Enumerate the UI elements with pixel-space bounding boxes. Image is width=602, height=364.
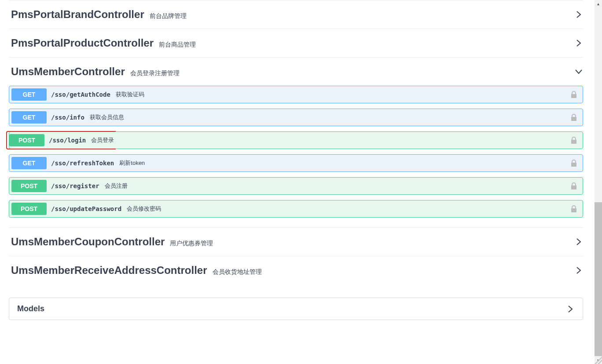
- tag-name: UmsMemberController: [11, 66, 125, 78]
- operation-row[interactable]: POST /sso/updatePassword 会员修改密码: [9, 200, 583, 218]
- tag-header-UmsMemberCouponController[interactable]: UmsMemberCouponController 用户优惠券管理: [9, 228, 583, 256]
- operation-row[interactable]: GET /sso/getAuthCode 获取验证码: [9, 86, 583, 103]
- operation-row[interactable]: POST /sso/register 会员注册: [9, 177, 583, 195]
- operation-path: /sso/refreshToken: [51, 160, 114, 167]
- method-badge-post: POST: [9, 134, 44, 146]
- scroll-up-arrow[interactable]: ▴: [595, 0, 602, 7]
- tag-description: 前台商品管理: [159, 41, 196, 49]
- models-section[interactable]: Models: [9, 298, 583, 320]
- scrollbar-track[interactable]: ▴ ▾: [595, 0, 602, 329]
- tag-section: UmsMemberReceiveAddressController 会员收货地址…: [9, 256, 583, 284]
- operations-list: GET /sso/getAuthCode 获取验证码 GET /sso/info…: [9, 86, 583, 227]
- chevron-down-icon: [574, 67, 583, 76]
- operation-path: /sso/register: [51, 182, 99, 189]
- operation-summary: 获取验证码: [116, 91, 144, 98]
- tag-section: PmsPortalProductController 前台商品管理: [9, 29, 583, 57]
- chevron-right-icon: [574, 237, 583, 246]
- tag-header-UmsMemberController[interactable]: UmsMemberController 会员登录注册管理: [9, 58, 583, 86]
- lock-icon: [569, 90, 578, 99]
- lock-icon: [569, 159, 578, 167]
- method-badge-post: POST: [11, 180, 47, 192]
- tag-section: UmsMemberController 会员登录注册管理 GET /sso/ge…: [9, 57, 583, 227]
- tag-name: PmsPortalProductController: [11, 37, 154, 49]
- lock-icon: [569, 136, 578, 145]
- lock-icon: [569, 182, 578, 190]
- tag-name: UmsMemberCouponController: [11, 236, 165, 248]
- scrollbar-thumb[interactable]: [595, 202, 602, 329]
- chevron-right-icon: [574, 39, 583, 47]
- tag-header-PmsPortalProductController[interactable]: PmsPortalProductController 前台商品管理: [9, 29, 583, 57]
- chevron-right-icon: [574, 10, 583, 19]
- operation-summary: 获取会员信息: [90, 113, 124, 121]
- operation-row[interactable]: GET /sso/info 获取会员信息: [9, 109, 583, 126]
- chevron-right-icon: [566, 305, 575, 313]
- operation-summary: 会员登录: [91, 136, 114, 144]
- chevron-right-icon: [574, 266, 583, 275]
- operation-path: /sso/info: [51, 114, 84, 121]
- tag-description: 会员收货地址管理: [213, 268, 262, 276]
- tag-description: 用户优惠券管理: [170, 240, 213, 248]
- method-badge-post: POST: [11, 203, 47, 215]
- tag-header-UmsMemberReceiveAddressController[interactable]: UmsMemberReceiveAddressController 会员收货地址…: [9, 256, 583, 284]
- operation-row[interactable]: GET /sso/refreshToken 刷新token: [9, 154, 583, 172]
- tag-name: UmsMemberReceiveAddressController: [11, 264, 207, 277]
- operation-path: /sso/getAuthCode: [51, 91, 110, 98]
- tag-section: PmsPortalBrandController 前台品牌管理: [9, 0, 583, 29]
- operation-summary: 刷新token: [119, 159, 145, 167]
- tag-header-PmsPortalBrandController[interactable]: PmsPortalBrandController 前台品牌管理: [9, 0, 583, 29]
- operation-summary: 会员修改密码: [127, 205, 161, 213]
- method-badge-get: GET: [11, 111, 47, 124]
- operation-row[interactable]: POST /sso/login 会员登录: [9, 131, 583, 149]
- operation-summary: 会员注册: [105, 182, 128, 190]
- tag-section: UmsMemberCouponController 用户优惠券管理: [9, 227, 583, 256]
- tag-name: PmsPortalBrandController: [11, 8, 144, 21]
- method-badge-get: GET: [11, 88, 47, 101]
- operation-path: /sso/login: [49, 137, 86, 144]
- tag-description: 会员登录注册管理: [130, 69, 180, 77]
- models-title: Models: [17, 304, 44, 313]
- lock-icon: [569, 204, 578, 213]
- operation-path: /sso/updatePassword: [51, 205, 121, 212]
- highlight-box: POST /sso/login 会员登录: [6, 131, 116, 149]
- tag-description: 前台品牌管理: [150, 12, 187, 20]
- method-badge-get: GET: [11, 157, 47, 169]
- lock-icon: [569, 113, 578, 122]
